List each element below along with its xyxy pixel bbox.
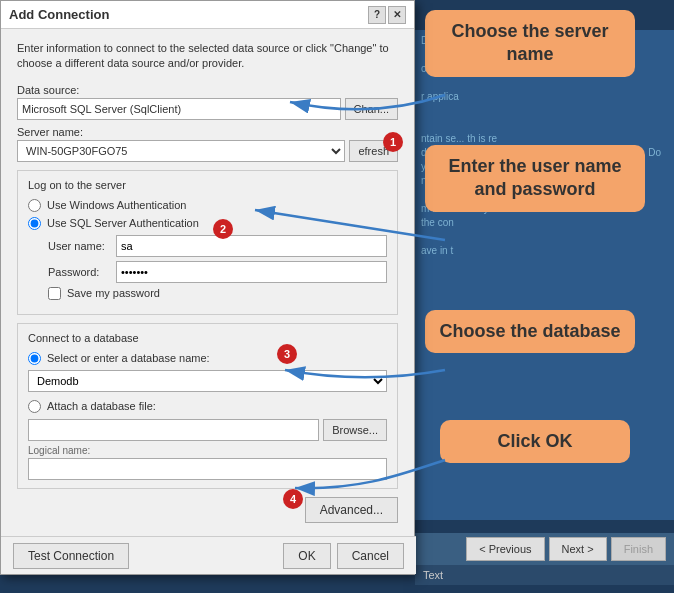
password-input[interactable] xyxy=(116,261,387,283)
badge-3: 3 xyxy=(277,344,297,364)
select-db-radio-row: 3 Select or enter a database name: xyxy=(28,352,387,365)
logon-title: Log on to the server xyxy=(28,179,387,191)
bubble-ok: Click OK xyxy=(440,420,630,463)
dialog-title: Add Connection xyxy=(9,7,109,22)
sql-auth-label: Use SQL Server Authentication xyxy=(47,217,199,229)
text-label: Text xyxy=(415,565,674,585)
dialog-content: Enter information to connect to the sele… xyxy=(1,29,414,535)
windows-auth-label: Use Windows Authentication xyxy=(47,199,186,211)
datasource-row: Chan... xyxy=(17,98,398,120)
datasource-label: Data source: xyxy=(17,84,398,96)
dialog-titlebar: Add Connection ? ✕ xyxy=(1,1,414,29)
servername-label: Server name: xyxy=(17,126,398,138)
datasource-field: Data source: Chan... xyxy=(17,84,398,120)
wizard-footer: < Previous Next > Finish xyxy=(415,533,674,565)
dialog-footer: Test Connection OK Cancel xyxy=(1,536,416,574)
bubble-server: Choose the server name xyxy=(425,10,635,77)
auth-fields: User name: Password: xyxy=(28,235,387,283)
dialog-description: Enter information to connect to the sele… xyxy=(17,41,398,72)
windows-auth-radio[interactable] xyxy=(28,199,41,212)
badge-2: 2 xyxy=(213,219,233,239)
windows-auth-radio-row: Use Windows Authentication xyxy=(28,199,387,212)
test-connection-button[interactable]: Test Connection xyxy=(13,543,129,569)
servername-dropdown[interactable]: WIN-50GP30FGO75 xyxy=(17,140,345,162)
browse-button[interactable]: Browse... xyxy=(323,419,387,441)
ok-button[interactable]: OK xyxy=(283,543,330,569)
help-button[interactable]: ? xyxy=(368,6,386,24)
connect-db-title: Connect to a database xyxy=(28,332,387,344)
prev-button[interactable]: < Previous xyxy=(466,537,544,561)
save-password-checkbox[interactable] xyxy=(48,287,61,300)
attach-db-radio-row: Attach a database file: xyxy=(28,400,387,413)
servername-field: Server name: WIN-50GP30FGO75 1 efresh xyxy=(17,126,398,162)
datasource-input[interactable] xyxy=(17,98,341,120)
footer-right-buttons: OK Cancel xyxy=(283,543,404,569)
attach-db-label: Attach a database file: xyxy=(47,400,156,412)
attach-file-row: Browse... xyxy=(28,419,387,441)
logon-section: Log on to the server Use Windows Authent… xyxy=(17,170,398,315)
logical-name-label: Logical name: xyxy=(28,445,387,456)
username-input[interactable] xyxy=(116,235,387,257)
sql-auth-radio-row: Use SQL Server Authentication 2 xyxy=(28,217,387,230)
titlebar-buttons: ? ✕ xyxy=(368,6,406,24)
badge-4: 4 xyxy=(283,489,303,509)
bubble-database: Choose the database xyxy=(425,310,635,353)
attach-file-input[interactable] xyxy=(28,419,319,441)
select-db-radio[interactable] xyxy=(28,352,41,365)
sql-auth-radio[interactable] xyxy=(28,217,41,230)
advanced-row: 4 Advanced... xyxy=(17,497,398,523)
database-dropdown[interactable]: Demodb xyxy=(28,370,387,392)
servername-row: WIN-50GP30FGO75 1 efresh xyxy=(17,140,398,162)
connect-db-section: Connect to a database 3 Select or enter … xyxy=(17,323,398,489)
save-password-label: Save my password xyxy=(67,287,160,299)
advanced-button[interactable]: Advanced... xyxy=(305,497,398,523)
select-db-label: Select or enter a database name: xyxy=(47,352,210,364)
logical-name-input[interactable] xyxy=(28,458,387,480)
attach-db-radio[interactable] xyxy=(28,400,41,413)
save-password-row: Save my password xyxy=(28,287,387,300)
finish-button[interactable]: Finish xyxy=(611,537,666,561)
change-button[interactable]: Chan... xyxy=(345,98,398,120)
next-button[interactable]: Next > xyxy=(549,537,607,561)
username-label: User name: xyxy=(48,240,116,252)
add-connection-dialog: Add Connection ? ✕ Enter information to … xyxy=(0,0,415,575)
password-row: Password: xyxy=(48,261,387,283)
close-button[interactable]: ✕ xyxy=(388,6,406,24)
badge-1: 1 xyxy=(383,132,403,152)
bubble-user: Enter the user name and password xyxy=(425,145,645,212)
password-label: Password: xyxy=(48,266,116,278)
username-row: User name: xyxy=(48,235,387,257)
cancel-button[interactable]: Cancel xyxy=(337,543,404,569)
